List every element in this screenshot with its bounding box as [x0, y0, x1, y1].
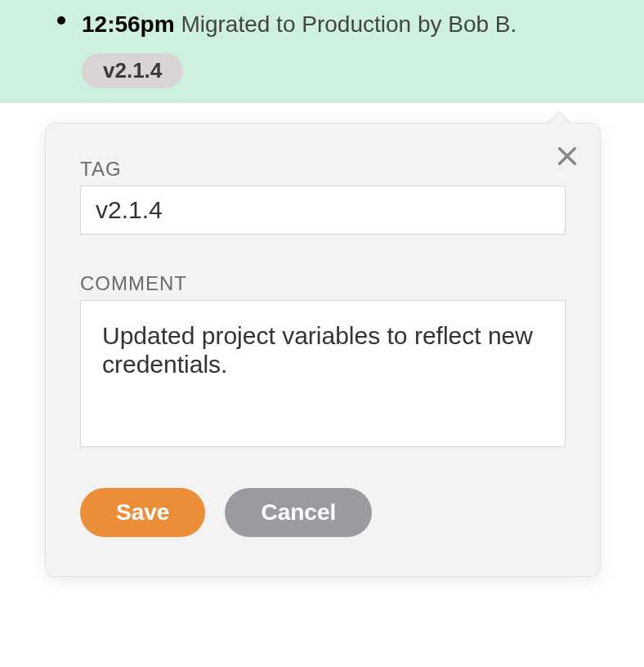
popover-arrow-icon [548, 111, 570, 134]
comment-group: COMMENT Updated project variables to ref… [80, 272, 566, 450]
close-icon [556, 145, 579, 168]
comment-textarea[interactable]: Updated project variables to reflect new… [80, 300, 566, 447]
history-time: 12:56pm [82, 11, 175, 37]
tag-group: TAG [80, 158, 566, 235]
history-action: Migrated to Production by Bob B. [181, 11, 517, 37]
save-button[interactable]: Save [80, 488, 205, 537]
tag-pill[interactable]: v2.1.4 [82, 53, 183, 88]
button-row: Save Cancel [80, 488, 566, 537]
history-banner: 12:56pm Migrated to Production by Bob B.… [0, 0, 644, 103]
cancel-button[interactable]: Cancel [225, 488, 372, 537]
comment-label: COMMENT [80, 272, 566, 295]
bullet-icon [57, 16, 65, 25]
history-item: 12:56pm Migrated to Production by Bob B.… [82, 8, 611, 88]
history-text: 12:56pm Migrated to Production by Bob B. [82, 8, 611, 40]
edit-popover: TAG COMMENT Updated project variables to… [45, 123, 601, 577]
tag-input[interactable] [80, 186, 566, 235]
close-button[interactable] [552, 141, 582, 171]
tag-label: TAG [80, 158, 566, 181]
